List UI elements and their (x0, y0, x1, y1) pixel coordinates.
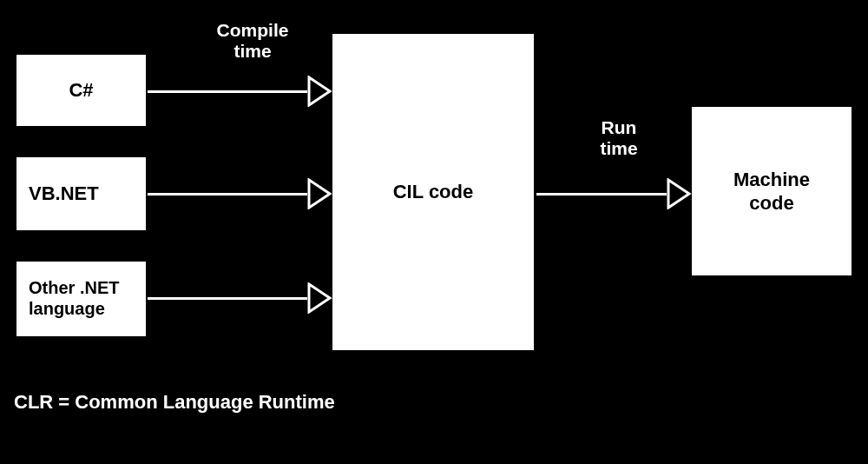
box-csharp: C# (14, 52, 148, 129)
svg-marker-1 (309, 180, 330, 208)
box-vbnet: VB.NET (14, 155, 148, 233)
box-cil: CIL code (330, 31, 536, 353)
csharp-label: C# (69, 79, 93, 102)
vbnet-label: VB.NET (29, 182, 99, 205)
arrow-vbnet-to-cil-line (148, 193, 307, 196)
label-runtime: Run time (580, 117, 658, 159)
box-machine: Machine code (689, 104, 854, 278)
svg-marker-0 (309, 77, 330, 105)
arrow-vbnet-to-cil-head (307, 178, 333, 209)
arrow-csharp-to-cil-head (307, 76, 333, 107)
arrow-cil-to-machine-head (667, 178, 693, 209)
label-clr: CLR = Common Language Runtime (14, 391, 335, 413)
svg-marker-2 (309, 284, 330, 312)
arrow-othernet-to-cil-line (148, 297, 307, 300)
label-compiletime: Compile time (205, 20, 300, 62)
cil-label: CIL code (393, 181, 474, 203)
othernet-label: Other .NET language (29, 278, 119, 319)
arrow-csharp-to-cil-line (148, 90, 307, 93)
arrow-cil-to-machine-line (536, 193, 667, 196)
box-othernet: Other .NET language (14, 259, 148, 339)
machine-label: Machine code (733, 168, 810, 215)
arrow-othernet-to-cil-head (307, 282, 333, 314)
svg-marker-3 (668, 180, 689, 208)
